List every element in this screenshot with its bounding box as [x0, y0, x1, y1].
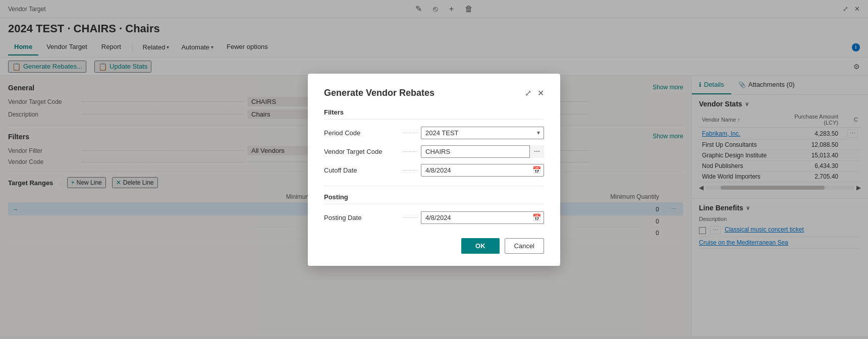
dialog-posting-date-label: Posting Date	[324, 214, 400, 221]
dialog-expand-icon[interactable]: ⤢	[525, 88, 531, 98]
dialog-title-icons: ⤢ ✕	[525, 88, 544, 98]
dialog-vendor-target-code-row: Vendor Target Code ⋯	[324, 145, 544, 158]
dialog-title-row: Generate Vendor Rebates ⤢ ✕	[324, 88, 544, 98]
dialog-vendor-target-code-label: Vendor Target Code	[324, 148, 400, 155]
generate-vendor-rebates-dialog: Generate Vendor Rebates ⤢ ✕ Filters Peri…	[308, 74, 560, 266]
vendor-target-code-input[interactable]	[421, 145, 544, 158]
dialog-title: Generate Vendor Rebates	[324, 88, 435, 98]
period-code-select[interactable]: 2024 TEST	[421, 127, 544, 139]
dialog-overlay: Generate Vendor Rebates ⤢ ✕ Filters Peri…	[0, 0, 868, 339]
dialog-cutoff-date-input-wrapper: 📅	[421, 164, 544, 177]
dialog-vendor-target-code-input-wrapper: ⋯	[421, 145, 544, 158]
dialog-footer: OK Cancel	[324, 238, 544, 254]
posting-date-input[interactable]	[421, 211, 544, 224]
cutoff-date-calendar-icon[interactable]: 📅	[532, 166, 541, 174]
dialog-posting-date-row: Posting Date 📅	[324, 211, 544, 224]
posting-date-calendar-icon[interactable]: 📅	[532, 213, 541, 221]
dialog-cutoff-date-row: Cutoff Date 📅	[324, 164, 544, 177]
ok-button[interactable]: OK	[461, 238, 500, 254]
dialog-posting-date-input-wrapper: 📅	[421, 211, 544, 224]
dialog-period-code-row: Period Code 2024 TEST ▾	[324, 127, 544, 139]
cutoff-date-input[interactable]	[421, 164, 544, 177]
dialog-posting-title: Posting	[324, 193, 544, 204]
cancel-button[interactable]: Cancel	[505, 238, 544, 254]
dialog-period-code-input-wrapper: 2024 TEST ▾	[421, 127, 544, 139]
dialog-cutoff-date-label: Cutoff Date	[324, 166, 400, 174]
dialog-period-code-label: Period Code	[324, 129, 400, 137]
dialog-filters-title: Filters	[324, 108, 544, 120]
vendor-target-code-dots-btn[interactable]: ⋯	[529, 145, 544, 158]
dialog-close-icon[interactable]: ✕	[537, 88, 544, 98]
